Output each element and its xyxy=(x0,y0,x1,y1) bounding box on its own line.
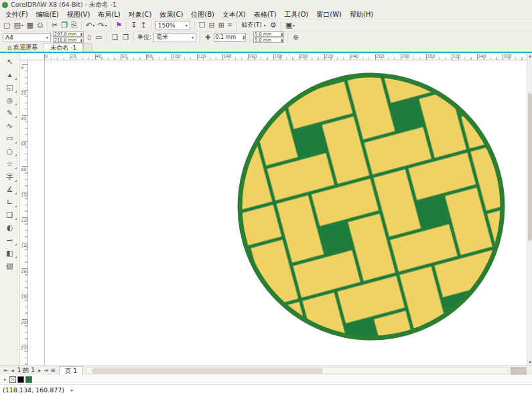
add-page-button[interactable]: ⊞ xyxy=(50,368,57,374)
document-tab-bar: ⌂ 欢迎屏幕 未命名 -1 xyxy=(0,43,532,53)
duplicate-y-field[interactable]: 5.0 mm ▲▼ xyxy=(253,38,284,43)
tab-untitled-1[interactable]: 未命名 -1 xyxy=(44,43,83,52)
save-button[interactable]: ▦ xyxy=(25,20,35,31)
drop-shadow-tool[interactable]: ❑ xyxy=(3,209,17,221)
last-page-button[interactable]: ⇥ xyxy=(42,368,50,374)
new-tab-stub[interactable] xyxy=(83,43,92,52)
scroll-up-icon[interactable]: ▲ xyxy=(527,53,532,59)
ellipse-tool[interactable]: ○ xyxy=(3,145,17,158)
cut-button[interactable]: ✂ xyxy=(50,20,59,31)
stepper[interactable]: ▲▼ xyxy=(281,32,283,37)
menu-item[interactable]: 文件(F) xyxy=(1,10,32,19)
page-size-combo[interactable]: A4 ▾ xyxy=(3,33,51,42)
copy-icon: ❐ xyxy=(61,20,68,31)
export-button[interactable]: ↥ xyxy=(139,20,148,31)
color-eyedropper-tool[interactable]: ⊸ xyxy=(3,234,17,247)
menu-item[interactable]: 表格(T) xyxy=(250,10,281,19)
horizontal-scrollbar[interactable] xyxy=(86,368,508,374)
undo-icon: ↶ xyxy=(86,20,92,31)
vertical-scrollbar[interactable]: ▲ ▼ xyxy=(527,53,532,365)
stepper[interactable]: ▲▼ xyxy=(80,38,82,43)
scroll-down-icon[interactable]: ▼ xyxy=(527,359,532,365)
stepper[interactable]: ▲▼ xyxy=(243,35,245,40)
menu-item[interactable]: 视图(V) xyxy=(63,10,94,19)
new-document-button[interactable]: ▢ xyxy=(2,20,11,31)
duplicate-x-field[interactable]: 5.0 mm ▲▼ xyxy=(253,32,284,37)
options-button[interactable]: ⚙ xyxy=(269,20,278,31)
swatch-no-color[interactable] xyxy=(9,376,16,383)
status-expand-icon[interactable]: ▸ xyxy=(71,388,74,393)
menu-item[interactable]: 帮助(H) xyxy=(346,10,377,19)
freehand-tool[interactable]: ✎ xyxy=(3,107,17,119)
drawing-canvas[interactable] xyxy=(28,60,527,365)
interactive-fill-tool[interactable]: ◧ xyxy=(3,247,17,260)
pick-tool[interactable]: ↖ xyxy=(3,56,17,68)
show-rulers-button[interactable]: ⊟ xyxy=(208,20,216,31)
show-guidelines-button[interactable]: ⌗ xyxy=(226,20,233,31)
menu-item[interactable]: 效果(C) xyxy=(156,10,188,19)
swatch-black[interactable] xyxy=(17,376,24,383)
polygon-tool[interactable]: ☆ xyxy=(3,158,17,170)
menu-item[interactable]: 布局(L) xyxy=(94,10,124,19)
fullscreen-preview-button[interactable]: ☐ xyxy=(198,20,207,31)
horizontal-scroll-thumb[interactable] xyxy=(92,368,323,374)
palette-flyout-icon[interactable]: ▸ xyxy=(4,377,7,382)
menu-item[interactable]: 文本(X) xyxy=(218,10,250,19)
page-height-field[interactable]: 210.0 mm ▲▼ xyxy=(53,38,84,43)
undo-button[interactable]: ↶▾ xyxy=(84,20,96,31)
artistic-media-tool[interactable]: ∿ xyxy=(3,119,17,132)
next-page-button[interactable]: ▸ xyxy=(37,368,42,374)
woven-circle-drawing[interactable] xyxy=(240,75,503,338)
menu-item[interactable]: 工具(O) xyxy=(281,10,313,19)
all-pages-button[interactable]: ❐ xyxy=(121,32,130,43)
current-page-button[interactable]: ❏ xyxy=(111,32,119,43)
shape-tool[interactable]: ▴ xyxy=(3,68,17,81)
text-tool[interactable]: 字 xyxy=(3,170,17,183)
import-button[interactable]: ↧ xyxy=(129,20,138,31)
portrait-button[interactable]: ▯ xyxy=(86,32,92,43)
app-launcher-button[interactable]: ▣▾ xyxy=(284,20,296,31)
horizontal-ruler[interactable]: 0204060801001201401601802002202402602803… xyxy=(20,53,527,60)
copy-button[interactable]: ❐ xyxy=(60,20,69,31)
smart-fill-tool[interactable]: ▧ xyxy=(3,260,17,272)
open-button[interactable]: ▤▾ xyxy=(12,20,24,31)
snap-to-button[interactable]: 贴齐(T)▾ xyxy=(239,21,268,30)
tab-welcome-screen[interactable]: ⌂ 欢迎屏幕 xyxy=(1,43,44,52)
stepper[interactable]: ▲▼ xyxy=(281,38,283,43)
separator xyxy=(200,33,200,42)
vertical-scroll-thumb[interactable] xyxy=(528,93,532,241)
transparency-tool[interactable]: ◐ xyxy=(3,221,17,234)
parallel-dimension-tool[interactable]: ∡ xyxy=(3,183,17,196)
landscape-button[interactable]: ▭ xyxy=(94,32,103,43)
nudge-value: 0.1 mm xyxy=(215,34,236,40)
crop-tool[interactable]: ◱ xyxy=(3,81,17,94)
zoom-tool[interactable]: ◎ xyxy=(3,94,17,107)
menu-item[interactable]: 位图(B) xyxy=(187,10,218,19)
first-page-button[interactable]: ⇤ xyxy=(3,368,10,374)
prev-page-button[interactable]: ◂ xyxy=(10,368,15,374)
crop-icon: ◱ xyxy=(6,83,13,92)
treat-as-filled-button[interactable]: ⊕ xyxy=(291,32,300,43)
nudge-field[interactable]: 0.1 mm ▲▼ xyxy=(214,33,246,42)
connector-tool[interactable]: ∟ xyxy=(3,196,17,209)
units-combo[interactable]: 毫米 ▾ xyxy=(153,33,196,42)
ruler-label: 180 xyxy=(274,54,282,59)
vertical-ruler[interactable]: 020406080100120140160180200220 xyxy=(20,60,28,365)
rectangle-tool[interactable]: ▭ xyxy=(3,132,17,145)
search-content-button[interactable]: ⚑ xyxy=(114,20,123,31)
redo-button[interactable]: ↷▾ xyxy=(96,20,108,31)
menu-item[interactable]: 编辑(E) xyxy=(32,10,63,19)
page-1-tab[interactable]: 页 1 xyxy=(59,366,83,375)
paste-button[interactable]: ⎘ xyxy=(70,20,78,31)
menu-item[interactable]: 窗口(W) xyxy=(312,10,346,19)
menu-item[interactable]: 对象(C) xyxy=(125,10,156,19)
drawing-area[interactable] xyxy=(28,60,527,365)
document-palette: ▸ xyxy=(0,375,532,384)
show-grid-button[interactable]: ⊞ xyxy=(217,20,226,31)
swatch-green[interactable] xyxy=(25,376,32,383)
stepper[interactable]: ▲▼ xyxy=(80,32,82,37)
print-button[interactable]: ⎙ xyxy=(36,20,44,31)
connector-icon: ∟ xyxy=(7,198,13,207)
zoom-level-combo[interactable]: 150%▾ xyxy=(155,21,190,30)
page-width-field[interactable]: 297.0 mm ▲▼ xyxy=(53,32,84,37)
